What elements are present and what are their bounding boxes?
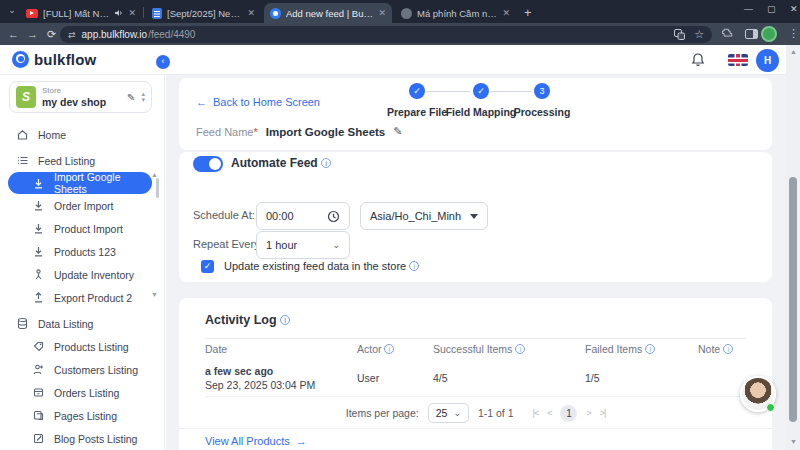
tab-close-icon[interactable]: ✕ [128,8,136,18]
info-icon[interactable]: i [384,344,394,354]
first-page-icon[interactable]: |< [533,408,539,418]
browser-tab-active[interactable]: Add new feed | Bulkflow ✕ [264,3,392,23]
tab-close-icon[interactable]: ✕ [247,8,255,18]
brand-name: bulkflow [34,51,96,68]
reload-icon[interactable]: ⟳ [42,28,61,41]
automate-feed-toggle[interactable] [193,156,223,172]
user-avatar[interactable]: H [756,49,779,72]
last-page-icon[interactable]: >| [600,408,606,418]
sidebar-item-update-inventory[interactable]: Update Inventory [0,263,165,286]
sidebar-item-feed-listing[interactable]: Feed Listing [0,149,165,172]
update-existing-checkbox[interactable]: ✓ [201,260,214,273]
site-settings-icon[interactable]: ⇄ [68,30,76,40]
clock-icon[interactable] [327,210,340,223]
edit-feed-name-icon[interactable]: ✎ [393,125,402,138]
orders-icon [32,386,45,399]
next-page-icon[interactable]: > [586,408,590,418]
timezone-select[interactable]: Asia/Ho_Chi_Minh [360,202,488,230]
browser-tab-strip: ⌄ [FULL] Mất Não Audio Số 3 ✕ [Sept/2025… [0,0,800,23]
info-icon[interactable]: i [280,315,290,325]
info-icon[interactable]: i [409,261,419,271]
bulkflow-logo[interactable]: bulkflow [12,51,96,68]
browser-tab-2[interactable]: [Sept/2025] New content - Ha ✕ [146,3,261,23]
current-page-button[interactable]: 1 [560,405,577,422]
online-status-dot [766,403,775,412]
store-selector[interactable]: S Store my dev shop ✎ ▴▾ [9,81,152,113]
sidebar-item-export-product-2[interactable]: Export Product 2 [0,286,165,309]
bulkflow-favicon [270,8,281,19]
store-switch-icon[interactable]: ▴▾ [141,91,145,102]
schedule-time-input[interactable]: 00:00 [256,202,350,230]
sidebar-item-import-google-sheets[interactable]: Import Google Sheets [8,172,152,194]
url-host: app.bulkflow.io [82,29,148,40]
sidebar-item-products-123[interactable]: Products 123 [0,240,165,263]
info-icon[interactable]: i [515,344,525,354]
scroll-up-icon[interactable]: ▲ [790,48,797,55]
repeat-every-select[interactable]: 1 hour ⌄ [256,231,350,259]
pagination-range: 1-1 of 1 [478,407,514,419]
window-minimize-button[interactable]: — [744,4,753,14]
back-to-home-link[interactable]: ← Back to Home Screen [196,96,320,108]
table-divider [205,396,746,397]
info-icon[interactable]: i [645,344,655,354]
chrome-menu-icon[interactable]: ⋮ [788,27,799,40]
required-asterisk: * [253,126,257,138]
store-edit-icon[interactable]: ✎ [127,92,135,103]
window-close-button[interactable]: ✕ [790,4,798,14]
page-scrollbar-thumb[interactable] [789,177,797,422]
address-bar[interactable]: ⇄ app.bulkflow.io/feed/4490 ☆ [60,26,712,43]
blog-edit-icon [32,432,45,445]
sidebar-item-pages-listing[interactable]: Pages Listing [0,404,165,427]
cell-actor: User [357,372,379,384]
tab-close-icon[interactable]: ✕ [502,8,510,18]
forward-icon[interactable]: → [23,28,42,40]
sidebar-collapse-button[interactable]: ‹ [156,55,170,69]
window-maximize-button[interactable]: ▢ [767,4,776,14]
sidebar-item-products-listing[interactable]: Products Listing [0,335,165,358]
pages-icon [32,409,45,422]
extensions-icon[interactable] [722,28,734,40]
info-icon[interactable]: i [321,158,331,168]
audio-playing-icon[interactable] [115,9,123,17]
browser-tab-1[interactable]: [FULL] Mất Não Audio Số 3 ✕ [20,3,142,23]
column-header-actor: Actor i [357,343,394,355]
sidebar-item-order-import[interactable]: Order Import [0,194,165,217]
back-icon[interactable]: ← [4,28,23,40]
view-all-products-link[interactable]: View All Products → [205,435,307,447]
sidebar-item-blog-posts-listing[interactable]: Blog Posts Listing [0,427,165,450]
browser-tab-4[interactable]: Má phính Cầm nong Bụng mỡ ✕ [395,3,516,23]
items-per-page-select[interactable]: 25⌄ [428,403,469,423]
step-label-processing: Processing [502,106,582,118]
customer-icon [32,363,45,376]
sidebar-scroll-down-icon[interactable]: ▼ [151,291,158,298]
chrome-profile-avatar[interactable] [761,26,777,42]
import-icon [32,177,45,190]
notification-bell-icon[interactable] [690,52,706,68]
sidebar-item-label: Import Google Sheets [54,171,152,195]
new-tab-button[interactable]: + [524,5,532,20]
previous-page-icon[interactable]: < [547,408,551,418]
sidebar-scroll-up-icon[interactable]: ▲ [151,171,158,178]
step-prepare-file-check-icon: ✓ [409,83,425,99]
scroll-down-icon[interactable]: ▼ [790,438,797,445]
sidebar-item-orders-listing[interactable]: Orders Listing [0,381,165,404]
language-flag-icon[interactable] [728,54,748,66]
sidebar-item-home[interactable]: Home [0,123,165,146]
translate-icon[interactable] [674,29,685,40]
sidebar-scrollbar[interactable] [156,178,159,198]
bookmark-star-icon[interactable]: ☆ [694,28,704,41]
per-page-value: 25 [436,407,448,419]
sidebar-item-customers-listing[interactable]: Customers Listing [0,358,165,381]
step-field-mapping-check-icon: ✓ [473,83,489,99]
side-panel-icon[interactable] [745,29,758,39]
tab-close-icon[interactable]: ✕ [378,8,386,18]
feed-name-label: Feed Name* [196,126,258,138]
info-icon[interactable]: i [723,344,733,354]
sidebar-item-label: Home [38,129,66,141]
tab-search-icon[interactable]: ⌄ [5,4,19,18]
sidebar-item-label: Update Inventory [54,269,134,281]
import-icon [32,199,45,212]
sidebar-item-product-import[interactable]: Product Import [0,217,165,240]
sidebar-item-data-listing[interactable]: Data Listing [0,312,165,335]
inventory-icon [32,268,45,281]
